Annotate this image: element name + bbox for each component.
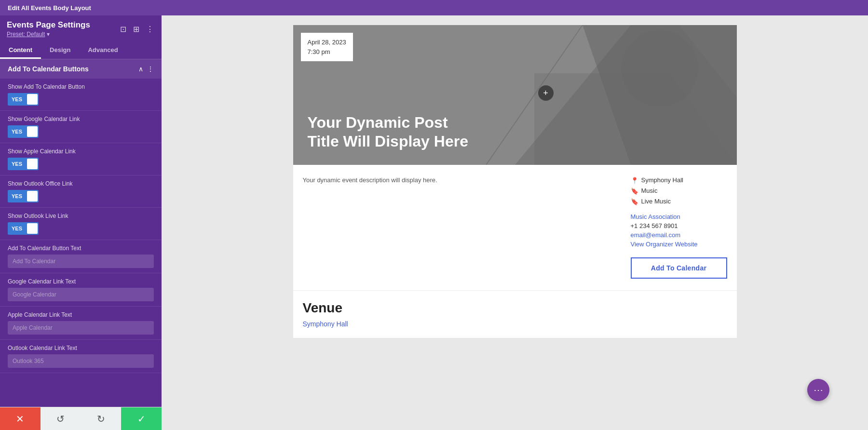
sidebar-preset[interactable]: Preset: Default ▾ — [7, 31, 90, 38]
venue-section: Venue Symphony Hall — [293, 290, 737, 338]
bottom-bar: ✕ ↺ ↻ ✓ — [0, 407, 162, 430]
close-button[interactable]: ✕ — [0, 407, 41, 430]
field-label-google-calendar: Show Google Calendar Link — [8, 116, 154, 122]
info-category-live-music: 🔖 Live Music — [631, 198, 727, 205]
category-text-1: Music — [641, 187, 658, 194]
location-text: Symphony Hall — [641, 176, 683, 184]
field-google-calendar-text: Google Calendar Link Text — [0, 273, 162, 307]
add-element-button[interactable]: + — [538, 85, 554, 101]
field-label-google-calendar-text: Google Calendar Link Text — [8, 278, 154, 285]
field-outlook-calendar-text: Outlook Calendar Link Text — [0, 340, 162, 373]
field-label-outlook-live: Show Outlook Live Link — [8, 213, 154, 219]
input-apple-calendar-text[interactable] — [8, 321, 154, 335]
header-icons: ⊡ ⊞ ⋮ — [119, 24, 155, 35]
redo-button[interactable]: ↻ — [81, 407, 122, 430]
toggle-outlook-live[interactable]: YES — [8, 222, 39, 235]
tab-content[interactable]: Content — [0, 42, 41, 59]
tab-advanced[interactable]: Advanced — [79, 42, 126, 59]
field-add-to-calendar-text: Add To Calendar Button Text — [0, 240, 162, 273]
layout-icon[interactable]: ⊞ — [132, 24, 140, 35]
sidebar-title: Events Page Settings — [7, 20, 90, 30]
info-category-music: 🔖 Music — [631, 187, 727, 195]
top-bar-title: Edit All Events Body Layout — [8, 4, 91, 12]
toggle-show-add-to-calendar[interactable]: YES — [8, 93, 39, 106]
event-hero: April 28, 2023 7:30 pm Your Dynamic Post… — [293, 25, 737, 165]
sidebar-header: Events Page Settings Preset: Default ▾ ⊡… — [0, 15, 162, 40]
event-body: Your dynamic event description will disp… — [293, 165, 737, 290]
field-label-show-add-to-calendar: Show Add To Calendar Button — [8, 83, 154, 90]
phone-text: +1 234 567 8901 — [631, 222, 727, 229]
category-text-2: Live Music — [641, 198, 671, 205]
date-badge: April 28, 2023 7:30 pm — [301, 33, 353, 61]
field-label-outlook-calendar-text: Outlook Calendar Link Text — [8, 345, 154, 351]
date-line2: 7:30 pm — [308, 47, 346, 57]
collapse-icon[interactable]: ∧ — [138, 65, 143, 73]
field-label-add-to-calendar-text: Add To Calendar Button Text — [8, 245, 154, 252]
confirm-button[interactable]: ✓ — [121, 407, 162, 430]
field-label-outlook-office: Show Outlook Office Link — [8, 180, 154, 187]
field-label-apple-calendar-text: Apple Calendar Link Text — [8, 311, 154, 318]
field-apple-calendar-text: Apple Calendar Link Text — [0, 307, 162, 340]
section-title: Add To Calendar Buttons — [8, 65, 89, 73]
info-links: Music Association +1 234 567 8901 email@… — [631, 213, 727, 248]
tab-design[interactable]: Design — [41, 42, 79, 59]
sidebar-tabs: Content Design Advanced — [0, 42, 162, 59]
category-icon-1: 🔖 — [631, 188, 638, 195]
category-icon-2: 🔖 — [631, 198, 638, 205]
venue-section-title: Venue — [303, 300, 727, 316]
toggle-google-calendar[interactable]: YES — [8, 125, 39, 138]
field-show-outlook-office: Show Outlook Office Link YES — [0, 175, 162, 208]
event-title: Your Dynamic Post Title Will Display Her… — [308, 113, 472, 150]
toggle-apple-calendar[interactable]: YES — [8, 158, 39, 170]
input-google-calendar-text[interactable] — [8, 288, 154, 301]
website-link[interactable]: View Organizer Website — [631, 241, 727, 248]
input-add-to-calendar-text[interactable] — [8, 255, 154, 268]
more-options-icon[interactable]: ⋮ — [145, 24, 155, 35]
toggle-outlook-office[interactable]: YES — [8, 190, 39, 202]
fab-button[interactable]: ⋯ — [807, 379, 829, 401]
organizer-name-link[interactable]: Music Association — [631, 213, 727, 220]
email-link[interactable]: email@email.com — [631, 231, 727, 239]
venue-link[interactable]: Symphony Hall — [303, 320, 348, 328]
field-show-apple-calendar: Show Apple Calendar Link YES — [0, 143, 162, 175]
focus-mode-icon[interactable]: ⊡ — [119, 24, 127, 35]
field-label-apple-calendar: Show Apple Calendar Link — [8, 148, 154, 155]
sidebar-content: Add To Calendar Buttons ∧ ⋮ Show Add To … — [0, 59, 162, 407]
section-header-add-to-calendar: Add To Calendar Buttons ∧ ⋮ — [0, 59, 162, 79]
info-location: 📍 Symphony Hall — [631, 176, 727, 184]
event-card: April 28, 2023 7:30 pm Your Dynamic Post… — [293, 25, 737, 338]
input-outlook-calendar-text[interactable] — [8, 354, 154, 368]
add-to-calendar-button[interactable]: Add To Calendar — [631, 257, 727, 279]
section-more-icon[interactable]: ⋮ — [147, 65, 154, 73]
field-show-add-to-calendar: Show Add To Calendar Button YES — [0, 79, 162, 111]
canvas-area: April 28, 2023 7:30 pm Your Dynamic Post… — [162, 15, 868, 430]
location-icon: 📍 — [631, 177, 638, 184]
field-show-outlook-live: Show Outlook Live Link YES — [0, 208, 162, 240]
event-description: Your dynamic event description will disp… — [303, 176, 616, 279]
event-info-sidebar: 📍 Symphony Hall 🔖 Music 🔖 Live Music Mus… — [631, 176, 727, 279]
undo-button[interactable]: ↺ — [41, 407, 81, 430]
field-show-google-calendar: Show Google Calendar Link YES — [0, 111, 162, 143]
top-bar: Edit All Events Body Layout — [0, 0, 868, 15]
sidebar: Events Page Settings Preset: Default ▾ ⊡… — [0, 15, 162, 430]
date-line1: April 28, 2023 — [308, 38, 346, 47]
